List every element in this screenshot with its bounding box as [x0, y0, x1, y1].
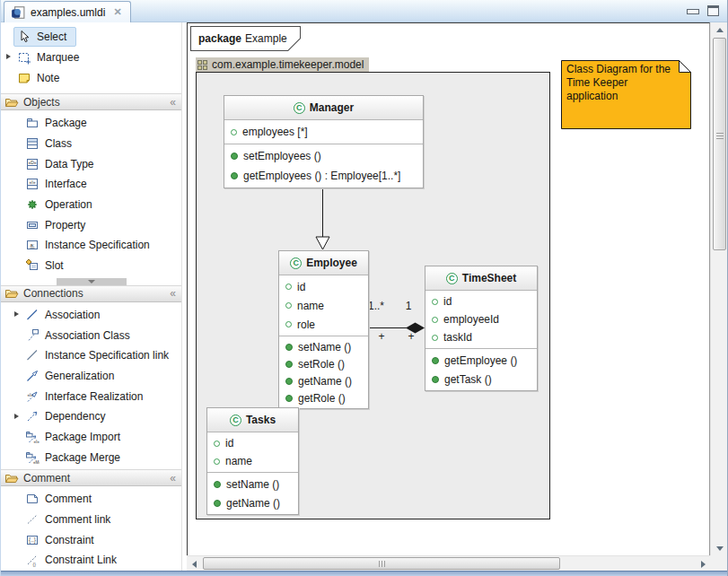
- diagram-canvas[interactable]: package Example com.example.timekeeper.m…: [187, 22, 710, 555]
- operation[interactable]: getName (): [279, 372, 368, 389]
- horizontal-scrollbar-thumb[interactable]: [203, 557, 560, 570]
- palette-item-select[interactable]: Select: [1, 26, 181, 47]
- palette-item-interface[interactable]: Interface: [1, 174, 181, 195]
- note-icon: [17, 71, 31, 85]
- palette-item-instance-specification-link[interactable]: Instance Specification link: [1, 345, 181, 366]
- palette-item-package[interactable]: Package: [1, 113, 181, 134]
- drawer-comment[interactable]: Comment «: [1, 469, 181, 486]
- operation[interactable]: setEmployees (): [224, 146, 423, 166]
- operation[interactable]: getEmployee (): [425, 351, 537, 370]
- palette-item-package-merge[interactable]: Package Merge: [1, 447, 181, 467]
- operation[interactable]: getRole (): [279, 389, 368, 406]
- attribute[interactable]: id: [207, 434, 298, 452]
- flyout-arrow-icon[interactable]: [12, 412, 22, 422]
- vertical-scrollbar-thumb[interactable]: [713, 38, 726, 250]
- operation[interactable]: setName (): [207, 475, 298, 493]
- attribute[interactable]: taskId: [425, 328, 537, 346]
- marquee-icon: [17, 50, 31, 65]
- collapse-icon[interactable]: «: [170, 472, 175, 484]
- association-multiplicity-target[interactable]: 1: [403, 300, 414, 312]
- operation[interactable]: getName (): [207, 493, 298, 512]
- palette-item-note[interactable]: Note: [1, 67, 181, 88]
- palette-item-association-class[interactable]: Association Class: [1, 325, 181, 345]
- palette-item-interface-realization[interactable]: Interface Realization: [1, 386, 181, 406]
- class-header[interactable]: C TimeSheet: [425, 266, 537, 290]
- attribute-icon: [432, 317, 438, 323]
- association-adornment-target[interactable]: +: [406, 330, 417, 343]
- attribute[interactable]: name: [207, 452, 298, 470]
- drawer-connections[interactable]: Connections «: [1, 285, 181, 302]
- palette-item-comment-link[interactable]: Comment link: [1, 510, 181, 530]
- minimize-icon[interactable]: [687, 6, 697, 16]
- slot-icon: [25, 258, 39, 273]
- attribute[interactable]: employees [*]: [224, 122, 423, 142]
- comment-icon: [25, 492, 39, 506]
- attribute[interactable]: name: [279, 296, 368, 315]
- flyout-arrow-icon[interactable]: [12, 310, 22, 319]
- horizontal-scrollbar[interactable]: [187, 555, 710, 571]
- palette-item-label: Select: [37, 31, 66, 43]
- drawer-objects[interactable]: Objects «: [1, 93, 181, 110]
- class-timesheet[interactable]: C TimeSheet id employeeId taskId getEmpl…: [425, 266, 538, 391]
- operation[interactable]: getEmployees () : Employee[1..*]: [224, 166, 423, 186]
- maximize-icon[interactable]: [707, 5, 719, 16]
- palette-item-instance-specification[interactable]: Instance Specification: [1, 235, 181, 256]
- operation[interactable]: getTask (): [425, 370, 537, 388]
- class-manager[interactable]: C Manager employees [*] setEmployees () …: [224, 95, 424, 188]
- class-employee[interactable]: C Employee id name role setName () setRo…: [278, 250, 369, 409]
- collapse-icon[interactable]: «: [170, 96, 175, 109]
- attributes-compartment: id name role: [279, 275, 368, 336]
- palette-item-marquee[interactable]: Marquee: [1, 47, 181, 67]
- palette-item-dependency[interactable]: Dependency: [1, 406, 181, 427]
- class-badge-icon: C: [446, 273, 458, 284]
- generalization-icon: [25, 369, 39, 383]
- scroll-left-icon[interactable]: [187, 556, 201, 572]
- class-name: Employee: [306, 257, 357, 269]
- interface-icon: [25, 177, 39, 191]
- package-merge-icon: [25, 450, 39, 465]
- attribute[interactable]: id: [425, 292, 537, 310]
- editor-tab[interactable]: examples.umldi ✕: [4, 1, 131, 22]
- close-icon[interactable]: ✕: [113, 6, 121, 18]
- attribute-icon: [285, 284, 292, 290]
- view-controls: [687, 5, 719, 16]
- class-tasks[interactable]: C Tasks id name setName () getName (): [206, 407, 299, 515]
- class-badge-icon: C: [294, 102, 305, 114]
- palette-item-association[interactable]: Association: [1, 305, 181, 326]
- palette-item-constraint-link[interactable]: Constraint Link: [1, 550, 181, 571]
- spacer: [4, 73, 13, 83]
- palette-item-operation[interactable]: Operation: [1, 195, 181, 215]
- flyout-arrow-icon[interactable]: [4, 52, 13, 62]
- attribute-icon: [231, 129, 237, 135]
- palette-scroll-down[interactable]: [57, 278, 127, 285]
- scroll-up-icon[interactable]: [711, 22, 728, 37]
- property-icon: [25, 218, 39, 232]
- association-adornment-source[interactable]: +: [376, 330, 387, 343]
- palette-item-data-type[interactable]: Data Type: [1, 153, 181, 174]
- palette-item-generalization[interactable]: Generalization: [1, 366, 181, 387]
- palette-item-slot[interactable]: Slot: [1, 256, 181, 276]
- class-header[interactable]: C Tasks: [207, 408, 298, 432]
- constraint-icon: [25, 533, 39, 547]
- palette-item-comment[interactable]: Comment: [1, 489, 181, 510]
- palette-item-property[interactable]: Property: [1, 214, 181, 235]
- attribute[interactable]: employeeId: [425, 310, 537, 328]
- package-name-label[interactable]: com.example.timekeeper.model: [196, 57, 369, 72]
- attribute[interactable]: role: [279, 315, 368, 334]
- vertical-scrollbar[interactable]: [710, 22, 728, 555]
- comment-note[interactable]: Class Diagram for the Time Keeper applic…: [561, 60, 691, 129]
- attribute[interactable]: id: [279, 277, 368, 296]
- scroll-right-icon[interactable]: [696, 556, 710, 572]
- collapse-icon[interactable]: «: [170, 287, 175, 300]
- palette-item-package-import[interactable]: Package Import: [1, 427, 181, 448]
- attribute-icon: [214, 458, 220, 465]
- palette-tools: Select Marquee Note: [1, 22, 181, 93]
- scroll-down-icon[interactable]: [711, 541, 728, 555]
- class-header[interactable]: C Manager: [224, 96, 423, 119]
- palette-item-constraint[interactable]: Constraint: [1, 529, 181, 550]
- class-badge-icon: C: [230, 415, 241, 426]
- operation[interactable]: setName (): [279, 338, 368, 355]
- operation[interactable]: setRole (): [279, 355, 368, 372]
- class-header[interactable]: C Employee: [279, 251, 368, 275]
- palette-item-class[interactable]: Class: [1, 134, 181, 154]
